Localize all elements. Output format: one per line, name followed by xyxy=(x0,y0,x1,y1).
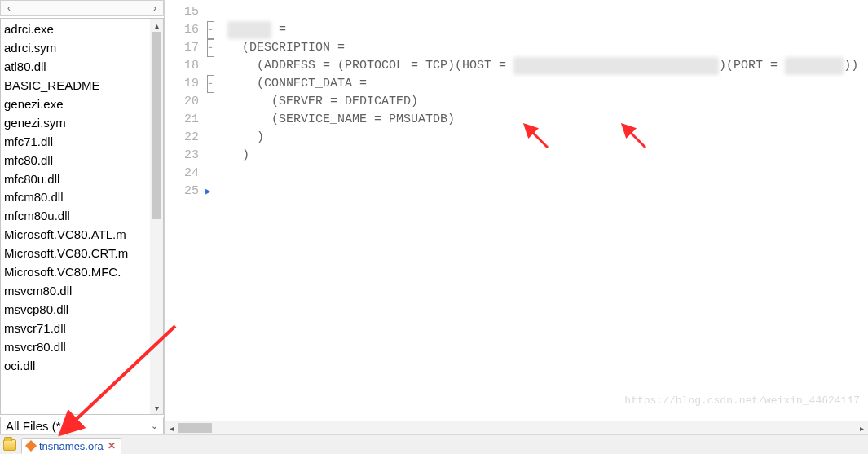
code-line[interactable] xyxy=(220,183,868,201)
file-tab-tnsnames[interactable]: tnsnames.ora ✕ xyxy=(21,438,121,454)
document-tab-bar: tnsnames.ora ✕ xyxy=(0,434,868,454)
editor-horizontal-scrollbar[interactable]: ◂ ▸ xyxy=(165,421,868,434)
scroll-thumb[interactable] xyxy=(178,423,212,433)
file-item[interactable]: genezi.exe xyxy=(4,95,150,114)
file-item[interactable]: mfcm80u.dll xyxy=(4,207,150,226)
scroll-left-icon[interactable]: ◂ xyxy=(165,424,178,433)
close-tab-icon[interactable]: ✕ xyxy=(108,440,116,452)
current-line-marker-icon: ▶ xyxy=(205,186,211,196)
code-line[interactable]: (CONNECT_DATA = xyxy=(220,75,868,93)
line-number: 25 xyxy=(165,183,199,201)
fold-collapse-icon[interactable]: − xyxy=(207,39,214,57)
file-item[interactable]: Microsoft.VC80.MFC. xyxy=(4,263,150,282)
line-number: 24 xyxy=(165,165,199,183)
code-line[interactable] xyxy=(220,165,868,183)
file-item[interactable]: msvcr80.dll xyxy=(4,338,150,357)
line-number-gutter: 1516171819202122232425 xyxy=(165,0,204,421)
fold-collapse-icon[interactable]: − xyxy=(207,75,214,93)
file-item[interactable]: mfc80.dll xyxy=(4,152,150,170)
file-item[interactable]: mfcm80.dll xyxy=(4,188,150,207)
scroll-down-icon[interactable]: ▾ xyxy=(150,401,163,414)
scroll-right-icon[interactable]: ▸ xyxy=(855,424,868,433)
chevron-down-icon: ⌄ xyxy=(151,421,158,431)
file-list-scrollbar[interactable]: ▴ ▾ xyxy=(150,19,163,414)
scroll-up-icon[interactable]: ▴ xyxy=(150,19,163,32)
file-item[interactable]: adrci.sym xyxy=(4,39,150,58)
file-browser-sidebar: ‹ › adrci.exeadrci.symatl80.dllBASIC_REA… xyxy=(0,0,165,434)
fold-collapse-icon[interactable]: − xyxy=(207,21,214,39)
fold-column: −−− xyxy=(204,0,217,421)
file-list: adrci.exeadrci.symatl80.dllBASIC_READMEg… xyxy=(0,18,164,415)
file-item[interactable]: oci.dll xyxy=(4,357,150,376)
code-area[interactable]: 1516171819202122232425 −−− ▶ = (DESCRIPT… xyxy=(165,0,868,421)
line-number: 21 xyxy=(165,111,199,129)
line-number: 20 xyxy=(165,93,199,111)
file-item[interactable]: msvcr71.dll xyxy=(4,320,150,338)
file-item[interactable]: msvcp80.dll xyxy=(4,301,150,320)
code-line[interactable]: (ADDRESS = (PROTOCOL = TCP)(HOST = )(POR… xyxy=(220,57,868,75)
file-item[interactable]: Microsoft.VC80.ATL.m xyxy=(4,226,150,245)
folder-icon[interactable] xyxy=(3,439,16,451)
code-line[interactable]: ) xyxy=(220,129,868,147)
code-line[interactable]: (DESCRIPTION = xyxy=(220,39,868,57)
code-line[interactable]: ) xyxy=(220,147,868,165)
line-number: 17 xyxy=(165,39,199,57)
file-filter-label: All Files (*.*) xyxy=(6,419,73,433)
line-number: 19 xyxy=(165,75,199,93)
file-item[interactable]: msvcm80.dll xyxy=(4,282,150,301)
code-line[interactable]: = xyxy=(220,21,868,39)
file-filter-dropdown[interactable]: All Files (*.*) ⌄ xyxy=(0,417,164,434)
code-content[interactable]: ▶ = (DESCRIPTION = (ADDRESS = (PROTOCOL … xyxy=(217,0,868,421)
file-item[interactable]: genezi.sym xyxy=(4,114,150,133)
code-line[interactable]: (SERVICE_NAME = PMSUATDB) xyxy=(220,111,868,129)
file-item[interactable]: mfc80u.dll xyxy=(4,170,150,189)
line-number: 15 xyxy=(165,3,199,21)
file-item[interactable]: BASIC_README xyxy=(4,77,150,95)
nav-forward-icon[interactable]: › xyxy=(153,2,156,14)
code-editor: 1516171819202122232425 −−− ▶ = (DESCRIPT… xyxy=(165,0,868,434)
code-line[interactable]: (SERVER = DEDICATED) xyxy=(220,93,868,111)
nav-back-icon[interactable]: ‹ xyxy=(7,2,11,14)
line-number: 18 xyxy=(165,57,199,75)
file-type-icon xyxy=(25,440,37,452)
code-line[interactable] xyxy=(220,3,868,21)
file-item[interactable]: adrci.exe xyxy=(4,20,150,39)
file-item[interactable]: mfc71.dll xyxy=(4,133,150,152)
line-number: 16 xyxy=(165,21,199,39)
scroll-thumb[interactable] xyxy=(152,32,161,219)
file-item[interactable]: Microsoft.VC80.CRT.m xyxy=(4,245,150,263)
line-number: 22 xyxy=(165,129,199,147)
nav-history: ‹ › xyxy=(0,0,164,16)
file-item[interactable]: atl80.dll xyxy=(4,58,150,77)
line-number: 23 xyxy=(165,147,199,165)
tab-label: tnsnames.ora xyxy=(39,440,104,452)
